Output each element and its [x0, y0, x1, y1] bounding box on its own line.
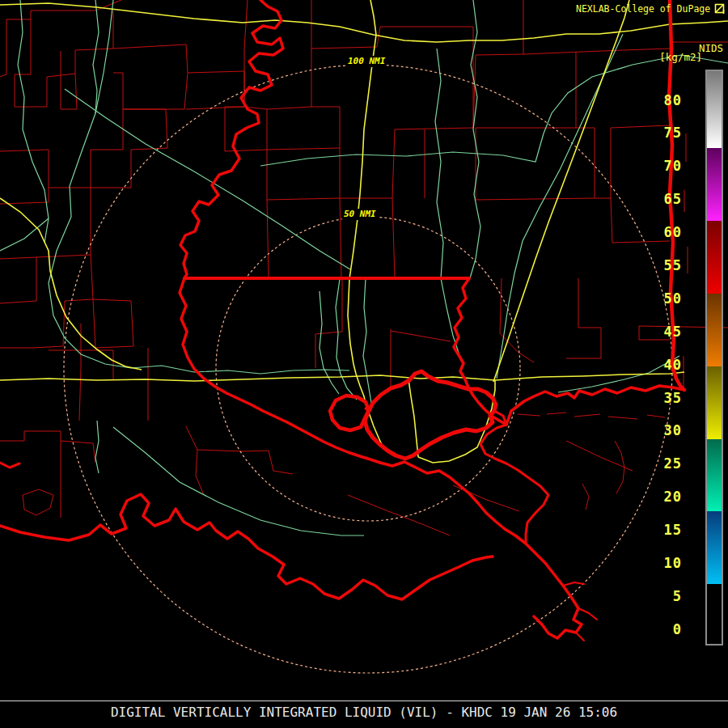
- county-boundaries-segment: [61, 51, 77, 109]
- range-ring-label-100nmi: 100 NMI: [346, 56, 387, 67]
- colorbar-tick-label: 0: [633, 622, 682, 637]
- coast-fragment: [0, 463, 19, 468]
- county-boundaries: [0, 0, 728, 535]
- colorbar-tick-label: 5: [633, 589, 682, 603]
- colorbar-tick-label: 10: [633, 556, 682, 570]
- county-boundaries-segment: [311, 107, 340, 148]
- pearl-river: [454, 278, 506, 425]
- county-boundaries-segment: [340, 198, 341, 278]
- rivers: [0, 0, 728, 535]
- highway-i12-i10: [0, 372, 684, 381]
- colorbar-segment-29-to-40: [707, 366, 722, 439]
- lake-maurepas: [330, 396, 369, 430]
- county-boundaries-segment: [267, 200, 269, 278]
- colorbar-tick-label: 40: [633, 358, 682, 372]
- county-boundaries-segment: [0, 188, 49, 204]
- county-boundaries-segment: [473, 0, 523, 128]
- colorbar-segment-51-to-62: [707, 221, 722, 294]
- county-boundaries-segment: [391, 331, 451, 341]
- colorbar-tick-label: 70: [633, 159, 682, 173]
- colorbar-tick-label: 75: [633, 125, 682, 140]
- footer-divider: [0, 700, 728, 701]
- county-boundaries-segment: [0, 431, 95, 463]
- rivers-segment: [497, 34, 623, 379]
- county-boundaries-segment: [197, 450, 293, 474]
- county-boundaries-segment: [608, 417, 637, 419]
- site-title: NEXLAB-College of DuPage: [576, 3, 710, 15]
- county-boundaries-segment: [93, 299, 133, 348]
- county-boundaries-segment: [566, 278, 601, 358]
- radar-display: NEXLAB-College of DuPage NIDS [kg/m2] 80…: [0, 0, 728, 728]
- delta-spike: [563, 582, 584, 586]
- county-boundaries-segment: [518, 414, 540, 416]
- colorbar-tick-label: 30: [633, 423, 682, 438]
- county-boundaries-segment: [113, 44, 188, 109]
- colorbar-tick-label: 65: [633, 192, 682, 206]
- rivers-segment: [336, 279, 357, 400]
- la-coast-west: [0, 494, 493, 599]
- county-boundaries-segment: [15, 11, 113, 107]
- rivers-segment: [363, 278, 371, 403]
- county-boundaries-segment: [574, 414, 600, 417]
- delta-spike: [576, 633, 584, 641]
- county-boundaries-segment: [392, 198, 395, 278]
- highway-i59: [493, 0, 629, 382]
- colorbar-segment-73-to-84.6: [707, 71, 722, 148]
- lake-pontchartrain: [365, 371, 496, 459]
- county-boundaries-segment: [0, 257, 36, 303]
- rivers-segment: [65, 89, 350, 269]
- rivers-segment: [470, 0, 480, 278]
- county-boundaries-segment: [566, 441, 633, 471]
- county-boundaries-segment: [582, 484, 589, 510]
- colorbar-units: [kg/m2]: [650, 51, 702, 63]
- range-ring-label-50nmi: 50 NMI: [342, 209, 378, 220]
- radar-map: [0, 0, 728, 728]
- colorbar-segment--2-to-7: [707, 584, 722, 644]
- county-boundaries-segment: [267, 27, 473, 198]
- highway-causeway: [408, 379, 418, 457]
- rivers-segment: [260, 133, 544, 166]
- colorbar-tick-label: 20: [633, 489, 682, 504]
- county-boundaries-segment: [0, 150, 91, 188]
- county-boundaries-segment: [23, 489, 53, 515]
- colorbar-tick-label: 80: [633, 93, 682, 108]
- colorbar-tick-label: 25: [633, 456, 682, 471]
- mississippi-river-lower: [180, 278, 380, 463]
- colorbar: [705, 70, 723, 645]
- colorbar-segment-40-to-51: [707, 294, 722, 366]
- county-boundaries-segment: [186, 71, 244, 109]
- colorbar-tick-label: 55: [633, 258, 682, 273]
- cod-flag-icon: [714, 3, 726, 15]
- rivers-segment: [93, 0, 99, 113]
- county-boundaries-segment: [476, 128, 595, 200]
- colorbar-tick-label: 50: [633, 291, 682, 306]
- county-boundaries-segment: [647, 415, 665, 417]
- county-boundaries-segment: [186, 426, 204, 495]
- colorbar-tick-label: 60: [633, 225, 682, 239]
- rivers-segment: [18, 0, 49, 243]
- county-boundaries-segment: [547, 413, 566, 414]
- rivers-segment: [435, 49, 461, 360]
- colorbar-gradient: [707, 71, 722, 644]
- delta-spike: [578, 608, 597, 620]
- colorbar-segment-62-to-73: [707, 148, 722, 221]
- colorbar-segment-18-to-29: [707, 439, 722, 512]
- lake-borgne-shore: [480, 425, 548, 544]
- colorbar-tick-label: 35: [633, 391, 682, 405]
- county-boundaries-segment: [91, 109, 167, 188]
- colorbar-segment-7-to-18: [707, 511, 722, 584]
- river-delta: [380, 462, 582, 638]
- county-boundaries-segment: [476, 52, 576, 128]
- county-boundaries-segment: [348, 495, 450, 535]
- colorbar-tick-label: 15: [633, 523, 682, 537]
- rivers-segment: [95, 421, 99, 473]
- colorbar-tick-label: 45: [633, 324, 682, 339]
- product-caption: DIGITAL VERTICALLY INTEGRATED LIQUID (VI…: [0, 705, 728, 720]
- county-boundaries-segment: [523, 49, 670, 54]
- county-boundaries-segment: [79, 324, 81, 421]
